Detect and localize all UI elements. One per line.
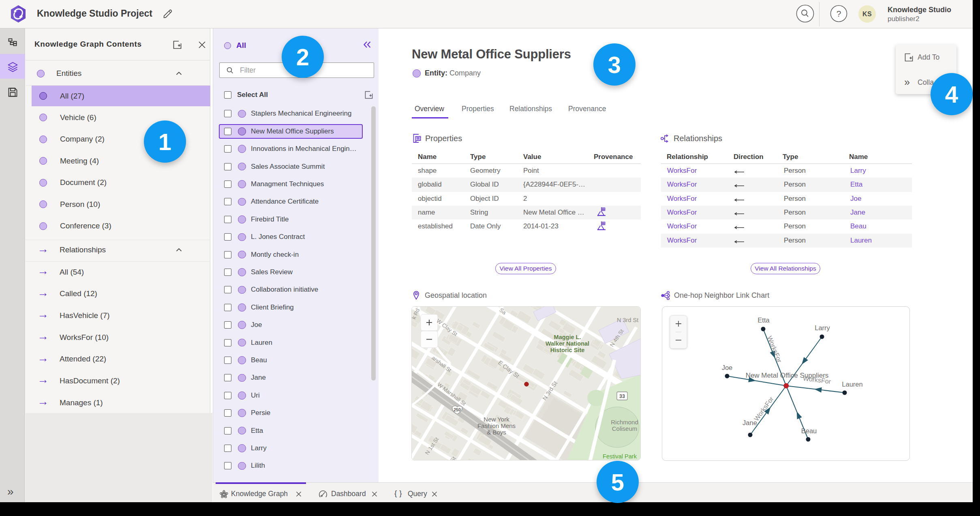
svg-text:Lauren: Lauren [842, 381, 862, 388]
svg-text:Larry: Larry [815, 324, 830, 331]
svg-text:Fashion Mens: Fashion Mens [477, 422, 516, 429]
svg-text:Jane: Jane [742, 419, 757, 426]
svg-text:WorksFor: WorksFor [766, 335, 783, 364]
svg-text:& Boys: & Boys [487, 429, 506, 436]
svg-text:N 3rd St: N 3rd St [617, 317, 638, 323]
svg-text:Walker National: Walker National [546, 340, 589, 347]
svg-text:Beau: Beau [801, 427, 817, 434]
svg-text:Festival Park: Festival Park [603, 453, 637, 460]
svg-text:Historic Site: Historic Site [550, 347, 585, 353]
svg-text:New York: New York [484, 416, 509, 423]
svg-text:Maggie L.: Maggie L. [554, 334, 581, 340]
svg-text:?: ? [837, 9, 841, 18]
svg-text:33: 33 [619, 393, 625, 399]
svg-text:WorksFor: WorksFor [753, 395, 775, 422]
svg-text:250: 250 [454, 407, 461, 412]
svg-text:Richmond: Richmond [611, 419, 638, 426]
svg-text:Coliseum: Coliseum [612, 425, 638, 432]
svg-text:Etta: Etta [757, 316, 770, 324]
svg-text:Joe: Joe [722, 364, 733, 371]
